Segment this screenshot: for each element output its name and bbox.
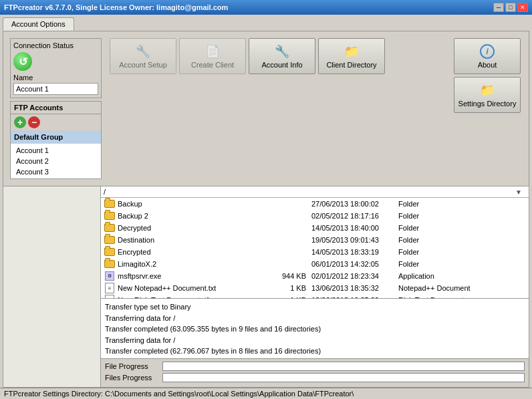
file-name: Decrypted xyxy=(118,224,265,232)
log-line: Transfer completed (62.796.067 bytes in … xyxy=(105,346,525,357)
file-list: Backup 27/06/2013 18:00:02 Folder Backup… xyxy=(101,198,529,298)
file-row[interactable]: LimagitoX.2 06/01/2013 14:32:05 Folder xyxy=(101,258,529,270)
settings-directory-button[interactable]: 📁 Settings Directory xyxy=(454,77,521,113)
file-icon: ⚙ xyxy=(104,271,116,281)
file-row[interactable]: Backup 2 02/05/2012 18:17:16 Folder xyxy=(101,210,529,222)
progress-area: File Progress Files Progress xyxy=(101,358,529,387)
file-icon xyxy=(104,295,116,298)
right-content: ▼ Backup 27/06/2013 18:00:02 Folder Back… xyxy=(100,186,529,387)
file-name: Encrypted xyxy=(118,248,265,256)
file-row[interactable]: ⚙ msftpsrvr.exe 944 KB 02/01/2012 18:23:… xyxy=(101,270,529,282)
create-client-button[interactable]: 📄 Create Client xyxy=(179,38,246,74)
main-window: Account Options Connection Status Name F… xyxy=(0,15,532,399)
tab-bar: Account Options xyxy=(0,15,532,31)
files-progress-label: Files Progress xyxy=(105,374,158,382)
path-input[interactable] xyxy=(104,188,515,196)
connection-status-box: Connection Status Name xyxy=(10,38,102,98)
client-directory-button[interactable]: 📁 Client Directory xyxy=(318,38,385,74)
wrench-icon: 🔧 xyxy=(136,44,150,59)
ftp-accounts-panel: FTP Accounts + − Default Group Account 1… xyxy=(10,101,102,179)
file-type: Folder xyxy=(398,224,526,232)
ftp-accounts-header: FTP Accounts xyxy=(11,102,101,114)
settings-dir-icon: 📁 xyxy=(480,83,495,98)
file-name: Backup xyxy=(118,200,265,208)
file-name: New Notepad++ Document.txt xyxy=(118,284,265,292)
settings-directory-label: Settings Directory xyxy=(458,100,517,108)
file-type: Folder xyxy=(398,248,526,256)
account-item-1[interactable]: Account 1 xyxy=(11,145,101,156)
about-button[interactable]: i About xyxy=(454,38,521,74)
path-dropdown-icon[interactable]: ▼ xyxy=(515,188,526,196)
create-client-icon: 📄 xyxy=(205,44,220,59)
log-line: Transfer type set to Binary xyxy=(105,301,525,313)
log-line: Transferring data for / xyxy=(105,335,525,346)
account-name-input[interactable] xyxy=(13,83,98,95)
account-info-label: Account Info xyxy=(261,61,302,69)
file-name: msftpsrvr.exe xyxy=(118,272,265,280)
file-type: Notepad++ Document xyxy=(398,284,526,292)
status-bar: FTPcreator Settings Directory: C:\Docume… xyxy=(0,388,532,399)
default-group-header: Default Group xyxy=(11,131,101,144)
toolbar-button-panel: 🔧 Account Setup 📄 Create Client 🔧 Accoun… xyxy=(107,35,448,77)
ftp-accounts-title: FTP Accounts xyxy=(14,104,63,112)
window-controls: ─ □ ✕ xyxy=(493,3,528,12)
top-panel: Connection Status Name FTP Accounts + − … xyxy=(3,31,529,186)
files-progress-row: Files Progress xyxy=(105,373,525,382)
client-dir-icon: 📁 xyxy=(344,44,359,59)
tab-account-options[interactable]: Account Options xyxy=(3,17,74,31)
file-type: Folder xyxy=(398,200,526,208)
file-row[interactable]: New Notepad++ Document.txt 1 KB 13/06/20… xyxy=(101,282,529,294)
file-name: LimagitoX.2 xyxy=(118,260,265,268)
account-item-3[interactable]: Account 3 xyxy=(11,166,101,177)
file-progress-row: File Progress xyxy=(105,362,525,371)
log-line: Transfer completed (63.095.355 bytes in … xyxy=(105,323,525,335)
file-type: Folder xyxy=(398,236,526,244)
minimize-button[interactable]: ─ xyxy=(493,3,504,12)
file-icon xyxy=(104,259,116,269)
file-date: 19/05/2013 09:01:43 xyxy=(311,236,398,244)
add-account-button[interactable]: + xyxy=(14,116,26,128)
remove-account-button[interactable]: − xyxy=(28,116,40,128)
file-size: 1 KB xyxy=(265,284,311,292)
account-list: Account 1 Account 2 Account 3 xyxy=(11,144,101,178)
file-date: 14/05/2013 18:40:00 xyxy=(311,224,398,232)
maximize-button[interactable]: □ xyxy=(505,3,516,12)
file-row[interactable]: Destination 19/05/2013 09:01:43 Folder xyxy=(101,234,529,246)
file-row[interactable]: Backup 27/06/2013 18:00:02 Folder xyxy=(101,198,529,210)
file-name: Destination xyxy=(118,236,265,244)
file-row[interactable]: Decrypted 14/05/2013 18:40:00 Folder xyxy=(101,222,529,234)
account-info-button[interactable]: 🔧 Account Info xyxy=(249,38,315,74)
log-area: Transfer type set to BinaryTransferring … xyxy=(101,298,529,358)
connection-status-label: Connection Status xyxy=(13,41,98,49)
file-size: 944 KB xyxy=(265,272,311,280)
file-progress-label: File Progress xyxy=(105,362,158,370)
file-icon xyxy=(104,223,116,233)
status-text: FTPcreator Settings Directory: C:\Docume… xyxy=(4,390,354,398)
title-bar: FTPcreator v6.7.7.0, Single License Owne… xyxy=(0,0,532,15)
account-info-icon: 🔧 xyxy=(275,44,289,59)
file-date: 06/01/2013 14:32:05 xyxy=(311,260,398,268)
file-type: Folder xyxy=(398,212,526,220)
file-date: 13/06/2013 18:35:32 xyxy=(311,284,398,292)
file-area: ▼ Backup 27/06/2013 18:00:02 Folder Back… xyxy=(3,186,529,387)
file-date: 02/05/2012 18:17:16 xyxy=(311,212,398,220)
file-date: 27/06/2013 18:00:02 xyxy=(311,200,398,208)
log-line: Transferring data for / xyxy=(105,313,525,324)
connection-status-icon xyxy=(13,52,32,71)
path-bar: ▼ xyxy=(101,186,529,198)
file-type: Folder xyxy=(398,260,526,268)
about-label: About xyxy=(478,61,497,69)
files-progress-bar xyxy=(162,373,525,382)
account-item-2[interactable]: Account 2 xyxy=(11,156,101,166)
left-panel: Connection Status Name FTP Accounts + − … xyxy=(7,35,104,182)
client-directory-label: Client Directory xyxy=(326,61,376,69)
file-date: 02/01/2012 18:23:34 xyxy=(311,272,398,280)
file-row[interactable]: Encrypted 14/05/2013 18:33:19 Folder xyxy=(101,246,529,258)
account-setup-button[interactable]: 🔧 Account Setup xyxy=(110,38,176,74)
title-text: FTPcreator v6.7.7.0, Single License Owne… xyxy=(4,3,228,11)
file-icon xyxy=(104,198,116,209)
file-icon xyxy=(104,283,116,293)
create-client-label: Create Client xyxy=(191,61,234,69)
close-button[interactable]: ✕ xyxy=(517,3,528,12)
left-spacer xyxy=(3,186,100,387)
